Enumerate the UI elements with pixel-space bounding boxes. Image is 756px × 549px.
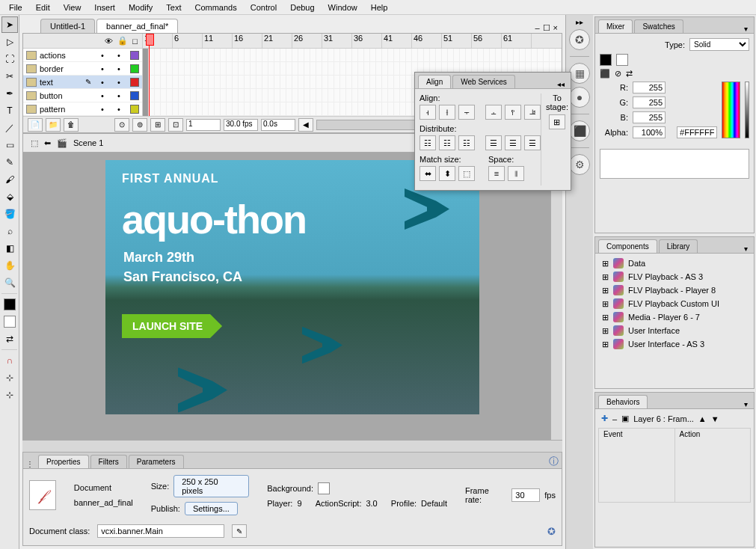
panel-menu-icon[interactable]: ▾: [741, 400, 751, 408]
move-up-button[interactable]: ▲: [698, 414, 707, 423]
stroke-swatch[interactable]: [600, 54, 612, 66]
expand-icon[interactable]: ⊞: [601, 259, 609, 269]
eyedropper-tool[interactable]: ⌕: [1, 223, 18, 239]
subselection-tool[interactable]: ▷: [1, 34, 18, 50]
option-tool-a[interactable]: ⊹: [1, 369, 18, 386]
expand-icon[interactable]: ⊞: [601, 326, 609, 336]
move-down-button[interactable]: ▼: [711, 414, 719, 423]
dock-icon-c[interactable]: ●: [569, 87, 590, 108]
accessibility-icon[interactable]: ✪: [547, 526, 556, 537]
dist-hcenter-button[interactable]: ☰: [505, 135, 521, 150]
onion-skin-button[interactable]: ⊙: [114, 118, 129, 132]
layer-row[interactable]: border ••: [23, 62, 142, 76]
dist-left-button[interactable]: ☰: [485, 135, 502, 150]
layer-color-swatch[interactable]: [130, 78, 139, 87]
g-input[interactable]: [633, 96, 666, 108]
center-frame-button[interactable]: ⊡: [168, 118, 183, 132]
remove-behavior-button[interactable]: –: [612, 414, 617, 423]
help-icon[interactable]: ⓘ: [549, 455, 559, 468]
swap-colors[interactable]: ⇄: [1, 331, 18, 347]
align-hcenter-button[interactable]: ⫲: [439, 105, 455, 120]
close-doc-icon[interactable]: ×: [553, 23, 558, 33]
dist-vcenter-button[interactable]: ☷: [439, 135, 455, 150]
component-item[interactable]: ⊞ User Interface - AS 3: [598, 337, 751, 351]
menu-control[interactable]: Control: [245, 1, 283, 13]
tab-align[interactable]: Align: [418, 75, 451, 88]
expand-icon[interactable]: ⊞: [601, 272, 609, 282]
layer-row[interactable]: actions ••: [23, 49, 142, 62]
tab-components[interactable]: Components: [598, 239, 657, 253]
tab-filters[interactable]: Filters: [90, 455, 127, 468]
text-tool[interactable]: T: [1, 102, 18, 119]
alpha-input[interactable]: [633, 126, 666, 138]
back-icon[interactable]: ⬅: [44, 138, 51, 148]
size-button[interactable]: 250 x 250 pixels: [173, 475, 249, 497]
tab-swatches[interactable]: Swatches: [634, 19, 683, 33]
space-h-button[interactable]: ⦀: [508, 166, 524, 181]
align-bottom-button[interactable]: ⫡: [524, 105, 541, 120]
menu-edit[interactable]: Edit: [30, 1, 56, 13]
component-item[interactable]: ⊞ FLV Playback - Player 8: [598, 283, 751, 297]
panel-collapse-icon[interactable]: ◂◂: [554, 80, 568, 88]
panel-menu-icon[interactable]: ▾: [741, 245, 751, 253]
align-vcenter-button[interactable]: ⫯: [505, 105, 521, 120]
free-transform-tool[interactable]: ⛶: [1, 51, 18, 67]
edit-class-button[interactable]: ✎: [232, 524, 247, 538]
type-select[interactable]: Solid: [689, 38, 749, 51]
expand-icon[interactable]: ⊞: [601, 313, 609, 322]
layer-toggle-dots[interactable]: ••: [94, 64, 127, 73]
component-item[interactable]: ⊞ FLV Playback Custom UI: [598, 297, 751, 310]
fill-swatch[interactable]: [616, 54, 628, 66]
dock-icon-d[interactable]: ⬛: [569, 120, 590, 141]
new-layer-button[interactable]: 📄: [28, 118, 43, 132]
pen-tool[interactable]: ✒: [1, 85, 18, 102]
space-v-button[interactable]: ≡: [488, 166, 505, 181]
color-picker[interactable]: [722, 82, 740, 138]
scene-name[interactable]: Scene 1: [73, 138, 103, 147]
add-behavior-button[interactable]: ✚: [601, 414, 608, 423]
layer-toggle-dots[interactable]: ••: [94, 91, 127, 100]
rectangle-tool[interactable]: ▭: [1, 137, 18, 153]
expand-dock-icon[interactable]: ▸▸: [576, 18, 583, 26]
action-column-header[interactable]: Action: [675, 429, 751, 502]
paint-bucket-tool[interactable]: 🪣: [1, 206, 18, 222]
expand-icon[interactable]: ⊞: [601, 299, 609, 309]
layer-toggle-dots[interactable]: ••: [94, 78, 127, 87]
r-input[interactable]: [633, 82, 666, 93]
edit-bar-icon[interactable]: ⬚: [31, 138, 38, 148]
layer-toggle-dots[interactable]: ••: [94, 51, 127, 60]
dock-icon-a[interactable]: ✪: [569, 29, 590, 50]
hand-tool[interactable]: ✋: [1, 257, 18, 274]
dist-right-button[interactable]: ☰: [524, 135, 541, 150]
menu-commands[interactable]: Commands: [188, 1, 242, 13]
layer-row[interactable]: button ••: [23, 89, 142, 102]
delete-layer-button[interactable]: 🗑: [64, 118, 79, 132]
stroke-color-swatch[interactable]: [1, 296, 18, 313]
swap-colors-icon[interactable]: ⇄: [626, 69, 633, 79]
expand-icon[interactable]: ⊞: [601, 286, 609, 295]
event-column-header[interactable]: Event: [599, 429, 675, 502]
lasso-tool[interactable]: ✂: [1, 68, 18, 85]
eye-icon[interactable]: 👁: [105, 37, 113, 46]
snap-to-objects[interactable]: ∩: [1, 352, 18, 369]
tab-behaviors[interactable]: Behaviors: [598, 395, 648, 408]
layer-color-swatch[interactable]: [130, 91, 139, 100]
restore-doc-icon[interactable]: ☐: [543, 23, 550, 33]
match-width-button[interactable]: ⬌: [420, 166, 436, 181]
framerate-input[interactable]: [511, 488, 540, 502]
outline-icon[interactable]: □: [132, 37, 138, 46]
eraser-tool[interactable]: ◧: [1, 240, 18, 257]
panel-grip-icon[interactable]: ⋮: [26, 460, 38, 468]
minimize-doc-icon[interactable]: –: [535, 23, 539, 33]
menu-text[interactable]: Text: [160, 1, 187, 13]
doc-tab-banner[interactable]: banner_ad_final*: [96, 19, 178, 33]
edit-multiple-button[interactable]: ⊞: [150, 118, 165, 132]
menu-view[interactable]: View: [58, 1, 87, 13]
stage-v-scrollbar[interactable]: [550, 153, 562, 440]
dock-icon-e[interactable]: ⚙: [569, 154, 590, 175]
align-right-button[interactable]: ⫟: [458, 105, 475, 120]
component-item[interactable]: ⊞ FLV Playback - AS 3: [598, 270, 751, 283]
menu-modify[interactable]: Modify: [123, 1, 159, 13]
component-item[interactable]: ⊞ User Interface: [598, 324, 751, 337]
stage-h-scrollbar[interactable]: [22, 440, 562, 452]
